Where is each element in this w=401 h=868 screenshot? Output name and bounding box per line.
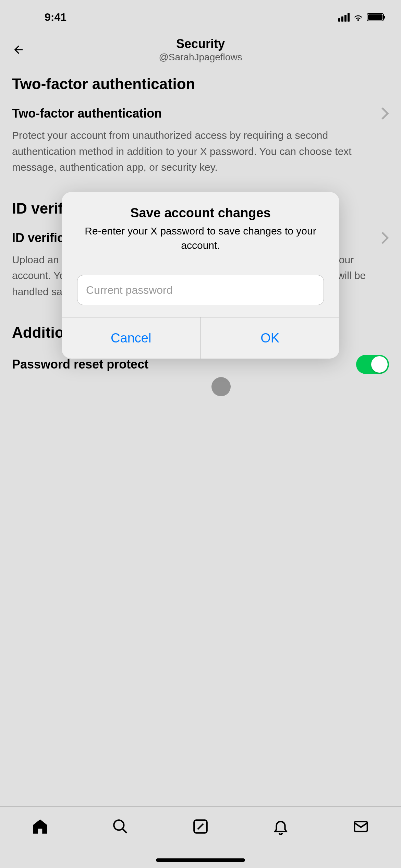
current-password-input[interactable] [77,275,324,305]
ok-button[interactable]: OK [201,317,340,359]
search-tab[interactable] [111,817,130,836]
home-indicator[interactable] [156,858,245,862]
compose-tab[interactable] [191,817,210,836]
home-icon [32,818,49,835]
alert-overlay: Save account changes Re-enter your X pas… [0,0,401,868]
notifications-tab[interactable] [271,817,290,836]
alert-title: Save account changes [77,206,324,220]
alert-body: Save account changes Re-enter your X pas… [62,192,339,265]
bell-icon [272,818,289,835]
alert-message: Re-enter your X password to save changes… [77,224,324,253]
search-icon [112,818,129,835]
alert-buttons: Cancel OK [62,317,339,359]
envelope-icon [352,818,369,835]
alert-input-wrap [62,265,339,317]
cancel-button[interactable]: Cancel [62,317,201,359]
home-tab[interactable] [31,817,50,836]
svg-point-0 [114,820,124,830]
save-changes-alert: Save account changes Re-enter your X pas… [62,192,339,359]
touch-indicator [211,377,231,396]
compose-icon [192,818,209,835]
messages-tab[interactable] [351,817,370,836]
